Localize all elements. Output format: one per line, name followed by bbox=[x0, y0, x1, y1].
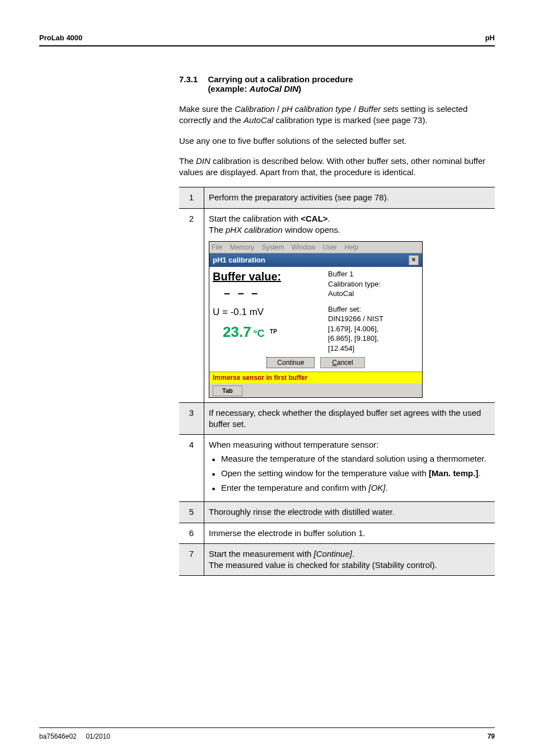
readout-panel: Buffer value: – – – U = -0.1 mV 23.7 °C … bbox=[213, 269, 328, 353]
step-number: 6 bbox=[179, 523, 204, 543]
table-row: 6 Immerse the electrode in buffer soluti… bbox=[179, 523, 495, 543]
step-number: 7 bbox=[179, 543, 204, 576]
window-titlebar: pH1 calibration × bbox=[209, 253, 422, 267]
table-row: 7 Start the measurement with [Continue].… bbox=[179, 543, 495, 576]
table-row: 1 Perform the preparatory activities (se… bbox=[179, 187, 495, 208]
bullet-item: Enter the temperature and confirm with [… bbox=[219, 482, 490, 494]
status-bar: Immerse sensor in first buffer bbox=[209, 372, 422, 383]
section-number: 7.3.1 bbox=[179, 74, 198, 93]
bullet-item: Open the setting window for the temperat… bbox=[219, 468, 490, 479]
menu-user[interactable]: User bbox=[323, 243, 337, 251]
menu-memory[interactable]: Memory bbox=[230, 243, 254, 251]
step-text: Start the measurement with [Continue]. T… bbox=[204, 543, 495, 576]
tab-row: Tab bbox=[209, 383, 422, 397]
buffer-value-label: Buffer value: bbox=[213, 269, 328, 284]
buffer-value-readout: – – – bbox=[224, 285, 328, 300]
menu-file[interactable]: File bbox=[212, 243, 222, 251]
menu-help[interactable]: Help bbox=[344, 243, 358, 251]
paragraph-2: Use any one to five buffer solutions of … bbox=[179, 135, 495, 147]
continue-button[interactable]: Continue bbox=[266, 357, 315, 368]
step-text: Start the calibration with <CAL>. The pH… bbox=[204, 208, 495, 402]
cancel-button[interactable]: Cancel bbox=[320, 357, 364, 368]
section-title: Carrying out a calibration procedure (ex… bbox=[208, 74, 495, 93]
step-number: 4 bbox=[179, 435, 204, 502]
page-header: ProLab 4000 pH bbox=[39, 34, 495, 46]
temperature-readout: 23.7 °C TP bbox=[213, 319, 328, 342]
step-text: Perform the preparatory activities (see … bbox=[204, 187, 495, 208]
header-left: ProLab 4000 bbox=[39, 34, 82, 42]
table-row: 5 Thoroughly rinse the electrode with di… bbox=[179, 502, 495, 523]
page-footer: ba75646e02 01/2010 79 bbox=[39, 727, 495, 740]
menu-window[interactable]: Window bbox=[292, 243, 316, 251]
bullet-item: Measure the temperature of the standard … bbox=[219, 453, 490, 464]
step-text: Thoroughly rinse the electrode with dist… bbox=[204, 502, 495, 523]
step-number: 2 bbox=[179, 208, 204, 402]
section-heading: 7.3.1 Carrying out a calibration procedu… bbox=[179, 74, 495, 93]
step-text: Immerse the electrode in buffer solution… bbox=[204, 523, 495, 543]
header-right: pH bbox=[485, 34, 495, 42]
window-title: pH1 calibration bbox=[213, 255, 265, 265]
tab[interactable]: Tab bbox=[213, 386, 242, 396]
paragraph-3: The DIN calibration is described below. … bbox=[179, 156, 495, 179]
calibration-window: File Memory System Window User Help pH1 … bbox=[209, 241, 423, 398]
info-panel: Buffer 1 Calibration type: AutoCal Buffe… bbox=[328, 269, 419, 353]
menubar: File Memory System Window User Help bbox=[209, 242, 422, 253]
step-number: 1 bbox=[179, 187, 204, 208]
table-row: 3 If necessary, check whether the displa… bbox=[179, 402, 495, 435]
content-column: 7.3.1 Carrying out a calibration procedu… bbox=[179, 74, 495, 576]
page-number: 79 bbox=[488, 732, 495, 740]
step-text: When measuring without temperature senso… bbox=[204, 435, 495, 502]
step-text: If necessary, check whether the displaye… bbox=[204, 402, 495, 435]
step-number: 5 bbox=[179, 502, 204, 523]
table-row: 2 Start the calibration with <CAL>. The … bbox=[179, 208, 495, 402]
paragraph-1: Make sure the Calibration / pH calibrati… bbox=[179, 104, 495, 126]
menu-system[interactable]: System bbox=[261, 243, 284, 251]
close-icon[interactable]: × bbox=[409, 255, 419, 265]
step-number: 3 bbox=[179, 402, 204, 435]
footer-left: ba75646e02 01/2010 bbox=[39, 732, 110, 740]
voltage-readout: U = -0.1 mV bbox=[213, 306, 328, 319]
steps-table: 1 Perform the preparatory activities (se… bbox=[179, 187, 495, 576]
tp-badge: TP bbox=[270, 328, 277, 335]
table-row: 4 When measuring without temperature sen… bbox=[179, 435, 495, 502]
